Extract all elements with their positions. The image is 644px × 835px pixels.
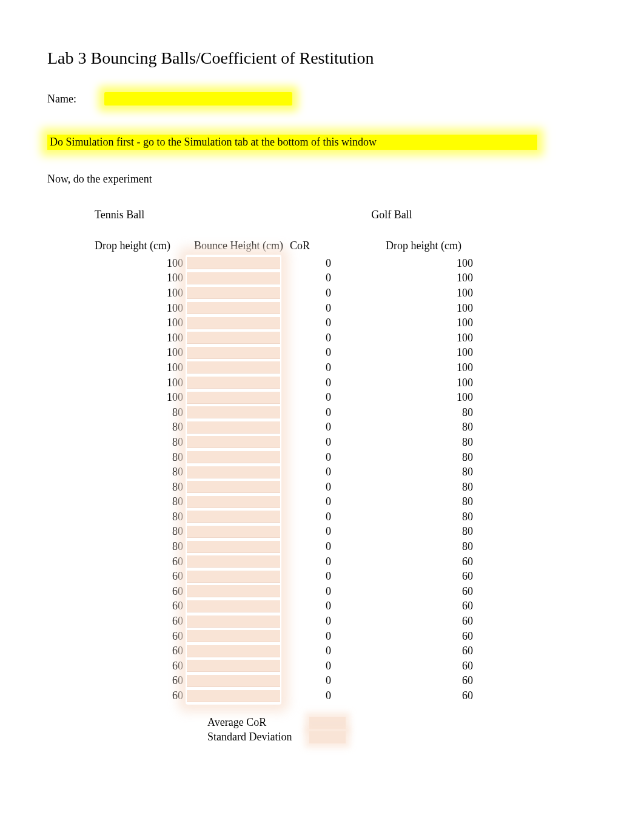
name-row: Name: — [47, 92, 597, 106]
bounce-height-cell[interactable] — [187, 571, 280, 583]
bounce-height-cell[interactable] — [187, 481, 280, 493]
drop-height-2-cell: 80 — [384, 421, 477, 434]
drop-height-2-cell: 80 — [384, 525, 477, 538]
cor-cell: 0 — [280, 406, 341, 419]
page-title: Lab 3 Bouncing Balls/Coefficient of Rest… — [47, 49, 597, 68]
bounce-height-cell[interactable] — [187, 257, 280, 269]
cor-cell: 0 — [280, 525, 341, 538]
table-row: 60060 — [47, 674, 597, 689]
cor-cell: 0 — [280, 495, 341, 508]
drop-height-1-cell: 100 — [47, 287, 187, 300]
drop-height-2-cell: 80 — [384, 511, 477, 523]
drop-height-1-cell: 60 — [47, 645, 187, 657]
table-row: 1000100 — [47, 301, 597, 316]
name-input[interactable] — [104, 92, 292, 106]
table-row: 1000100 — [47, 390, 597, 405]
subheading: Now, do the experiment — [47, 173, 597, 186]
table-row: 60060 — [47, 629, 597, 644]
drop-height-1-cell: 100 — [47, 257, 187, 270]
bounce-height-cell[interactable] — [187, 660, 280, 672]
drop-height-1-cell: 100 — [47, 332, 187, 344]
bounce-height-cell[interactable] — [187, 451, 280, 463]
bounce-height-cell[interactable] — [187, 690, 280, 702]
bounce-height-cell[interactable] — [187, 287, 280, 299]
bounce-height-cell[interactable] — [187, 615, 280, 628]
cor-cell: 0 — [280, 257, 341, 270]
header-drop-height-2: Drop height (cm) — [386, 240, 483, 252]
instruction-row: Do Simulation first - go to the Simulati… — [47, 135, 597, 150]
drop-height-1-cell: 80 — [47, 481, 187, 494]
table-row: 60060 — [47, 584, 597, 599]
ball-labels-row: Tennis Ball Golf Ball — [47, 209, 597, 221]
table-row: 1000100 — [47, 315, 597, 330]
table-row: 80080 — [47, 450, 597, 465]
cor-cell: 0 — [280, 302, 341, 315]
bounce-height-cell[interactable] — [187, 526, 280, 538]
bounce-height-cell[interactable] — [187, 272, 280, 284]
drop-height-2-cell: 60 — [384, 600, 477, 612]
drop-height-1-cell: 60 — [47, 570, 187, 583]
bounce-height-cell[interactable] — [187, 421, 280, 434]
drop-height-1-cell: 80 — [47, 406, 187, 419]
table-row: 60060 — [47, 643, 597, 659]
drop-height-1-cell: 60 — [47, 689, 187, 702]
bounce-height-cell[interactable] — [187, 436, 280, 448]
bounce-height-cell[interactable] — [187, 406, 280, 418]
table-row: 60060 — [47, 688, 597, 703]
drop-height-2-cell: 100 — [384, 346, 477, 359]
header-cor: CoR — [290, 240, 348, 252]
cor-cell: 0 — [280, 689, 341, 702]
bounce-height-cell[interactable] — [187, 496, 280, 508]
std-dev-cell[interactable] — [309, 731, 346, 743]
drop-height-2-cell: 60 — [384, 570, 477, 583]
cor-cell: 0 — [280, 555, 341, 568]
drop-height-2-cell: 80 — [384, 481, 477, 494]
bounce-height-cell[interactable] — [187, 645, 280, 657]
drop-height-1-cell: 80 — [47, 466, 187, 478]
bounce-height-cell[interactable] — [187, 585, 280, 597]
drop-height-2-cell: 60 — [384, 555, 477, 568]
bounce-height-cell[interactable] — [187, 675, 280, 687]
bounce-height-cell[interactable] — [187, 541, 280, 553]
drop-height-2-cell: 60 — [384, 645, 477, 657]
cor-cell: 0 — [280, 451, 341, 464]
bounce-height-cell[interactable] — [187, 377, 280, 389]
drop-height-2-cell: 100 — [384, 377, 477, 389]
average-cor-cell[interactable] — [309, 717, 346, 729]
bounce-height-cell[interactable] — [187, 302, 280, 314]
drop-height-1-cell: 100 — [47, 272, 187, 284]
average-cor-label: Average CoR — [47, 716, 302, 729]
table-row: 1000100 — [47, 330, 597, 346]
drop-height-1-cell: 60 — [47, 585, 187, 598]
bounce-height-cell[interactable] — [187, 392, 280, 404]
drop-height-2-cell: 80 — [384, 495, 477, 508]
table-row: 80080 — [47, 480, 597, 495]
bounce-height-cell[interactable] — [187, 630, 280, 642]
bounce-height-cell[interactable] — [187, 466, 280, 478]
drop-height-2-cell: 60 — [384, 689, 477, 702]
drop-height-2-cell: 100 — [384, 361, 477, 374]
bounce-height-cell[interactable] — [187, 600, 280, 612]
drop-height-1-cell: 80 — [47, 511, 187, 523]
drop-height-2-cell: 80 — [384, 436, 477, 449]
bounce-height-cell[interactable] — [187, 555, 280, 568]
drop-height-1-cell: 100 — [47, 317, 187, 329]
drop-height-1-cell: 100 — [47, 302, 187, 315]
bounce-height-cell[interactable] — [187, 332, 280, 344]
summary-avg-row: Average CoR — [47, 716, 597, 730]
std-dev-label: Standard Deviation — [47, 731, 302, 743]
drop-height-1-cell: 60 — [47, 555, 187, 568]
drop-height-2-cell: 80 — [384, 406, 477, 419]
table-row: 80080 — [47, 405, 597, 420]
bounce-height-cell[interactable] — [187, 347, 280, 359]
table-headers: Drop height (cm) Bounce Height (cm) CoR … — [47, 240, 597, 252]
table-row: 80080 — [47, 539, 597, 554]
bounce-height-cell[interactable] — [187, 317, 280, 329]
drop-height-1-cell: 80 — [47, 525, 187, 538]
bounce-height-cell[interactable] — [187, 361, 280, 374]
cor-cell: 0 — [280, 436, 341, 449]
cor-cell: 0 — [280, 615, 341, 628]
drop-height-2-cell: 100 — [384, 272, 477, 284]
table-row: 1000100 — [47, 375, 597, 391]
bounce-height-cell[interactable] — [187, 511, 280, 523]
